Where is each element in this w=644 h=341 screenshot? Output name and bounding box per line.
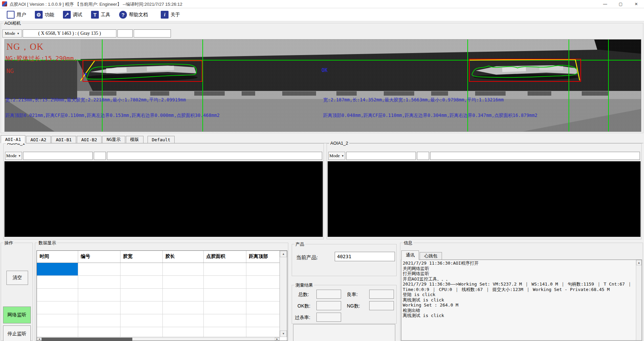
ng-count-value[interactable] [369,301,394,310]
scroll-right-icon[interactable]: ► [275,337,280,341]
table-cell[interactable] [120,288,162,301]
table-cell[interactable] [246,301,280,314]
table-horizontal-scrollbar[interactable]: ◄ ► [37,337,280,341]
toolbar-item-help[interactable]: ? 帮助文档 [117,10,150,20]
toolbar-item-user[interactable]: 用户 [5,10,28,20]
table-cell[interactable] [37,288,78,301]
table-row [37,263,280,275]
scroll-up-icon[interactable]: ▲ [280,251,287,257]
table-cell[interactable] [162,275,203,288]
window-title: 点胶AOI [ Version : 1.0.0.9 ] 程序 【当前用户: En… [9,1,182,7]
toolbar-item-debug[interactable]: 调试 [61,10,84,20]
table-cell[interactable] [37,301,78,314]
table-cell[interactable] [120,263,162,275]
table-cell[interactable] [78,301,120,314]
table-cell[interactable] [78,263,120,275]
table-cell[interactable] [120,301,162,314]
panel-right-mode-dropdown[interactable]: Mode ▼ [328,152,345,160]
clear-button[interactable]: 清空 [6,271,28,285]
total-value[interactable] [316,290,341,299]
panel-left-field-2[interactable] [94,152,106,160]
panel-left-field-3[interactable] [107,152,322,160]
table-cell[interactable] [246,263,280,275]
toolbar-item-about[interactable]: i 关于 [159,10,182,20]
col-time[interactable]: 时间 [37,251,78,263]
panel-right-field-2[interactable] [417,152,429,160]
log-line: 打开网络监听 [403,271,635,276]
table-cell[interactable] [37,275,78,288]
table-cell[interactable] [203,314,246,327]
tab-aoi-a1[interactable]: AOI-A1 [1,135,25,143]
hscroll-thumb[interactable] [42,338,132,341]
overkill-value[interactable] [316,313,341,322]
col-id[interactable]: 编号 [78,251,120,263]
table-cell[interactable] [203,275,246,288]
table-cell[interactable] [37,263,78,275]
log-line: 关闭网络监听 [403,266,635,271]
tools-icon: T [91,11,99,19]
communication-log[interactable]: 2021/7/29 11:36:30:AOI程序打开关闭网络监听打开网络监听开启… [401,260,642,341]
table-vertical-scrollbar[interactable]: ▲ ▼ [280,251,287,337]
scroll-left-icon[interactable]: ◄ [37,337,42,341]
table-cell[interactable] [162,263,203,275]
toolbar-item-tools[interactable]: T 工具 [89,10,112,20]
help-icon: ? [119,11,127,19]
minimize-button[interactable]: — [597,0,613,8]
operation-group: 操作 清空 网络监听 停止监听 [1,243,33,341]
chevron-down-icon: ▼ [18,154,21,157]
col-area[interactable]: 点胶面积 [203,251,246,263]
table-cell[interactable] [120,314,162,327]
tab-default[interactable]: Default [148,136,175,143]
tab-aoi-b1[interactable]: AOI-B1 [51,136,76,143]
panel-left-image-view[interactable] [4,161,323,237]
scroll-up-icon[interactable]: ▲ [636,260,642,265]
panel-right-field-3[interactable] [430,152,640,160]
log-scrollbar[interactable]: ▲ [636,260,642,340]
ok-count-value[interactable] [316,301,341,310]
camera-image-view[interactable]: NG，OK NG:胶体过长:15.290mm, NG OK 宽:2.215mm,… [4,39,641,132]
toolbar-label: 帮助文档 [129,12,148,18]
table-cell[interactable] [120,275,162,288]
col-length[interactable]: 胶长 [162,251,203,263]
toolbar-item-function[interactable]: ⚙ 功能 [33,10,56,20]
table-row [37,275,280,288]
table-cell[interactable] [78,275,120,288]
col-topdist[interactable]: 距离顶部 [246,251,280,263]
camera-field-small[interactable] [117,29,133,38]
tab-aoi-a2[interactable]: AOI-A2 [26,136,51,143]
panel-left-field-1[interactable] [23,152,93,160]
table-cell[interactable] [78,288,120,301]
tab-ng-display[interactable]: NG显示 [102,136,125,143]
panel-left-mode-dropdown[interactable]: Mode ▼ [5,152,22,160]
table-cell[interactable] [246,288,280,301]
table-cell[interactable] [162,314,203,327]
table-cell[interactable] [203,263,246,275]
tab-heartbeat[interactable]: 心跳包 [420,252,442,260]
tab-template[interactable]: 模版 [126,136,143,143]
stop-listen-button[interactable]: 停止监听 [3,325,31,341]
panel-right-label: AOIA1_2 [329,141,349,146]
col-width[interactable]: 胶宽 [120,251,162,263]
table-cell[interactable] [162,301,203,314]
table-cell[interactable] [78,314,120,327]
yield-value[interactable] [369,290,394,299]
tab-communication[interactable]: 通讯 [401,250,419,260]
log-line: 登陆 is click [403,292,635,297]
camera-field-wide[interactable] [134,29,171,38]
table-cell[interactable] [37,314,78,327]
table-cell[interactable] [162,288,203,301]
current-product-input[interactable]: 40231 [335,252,395,261]
close-button[interactable]: ✕ [628,0,644,8]
table-cell[interactable] [246,275,280,288]
tab-aoi-b2[interactable]: AOI-B2 [77,136,102,143]
network-listen-button[interactable]: 网络监听 [3,307,31,323]
table-cell[interactable] [203,301,246,314]
scroll-down-icon[interactable]: ▼ [280,331,287,337]
panel-right-image-view[interactable] [328,161,641,237]
maximize-button[interactable]: ▢ [613,0,628,8]
panel-right-field-1[interactable] [346,152,416,160]
camera-mode-dropdown[interactable]: Mode ▼ [2,29,22,38]
table-cell[interactable] [203,288,246,301]
table-cell[interactable] [246,314,280,327]
log-line: 2021/7/29 11:36:30:AOI程序打开 [403,261,635,266]
